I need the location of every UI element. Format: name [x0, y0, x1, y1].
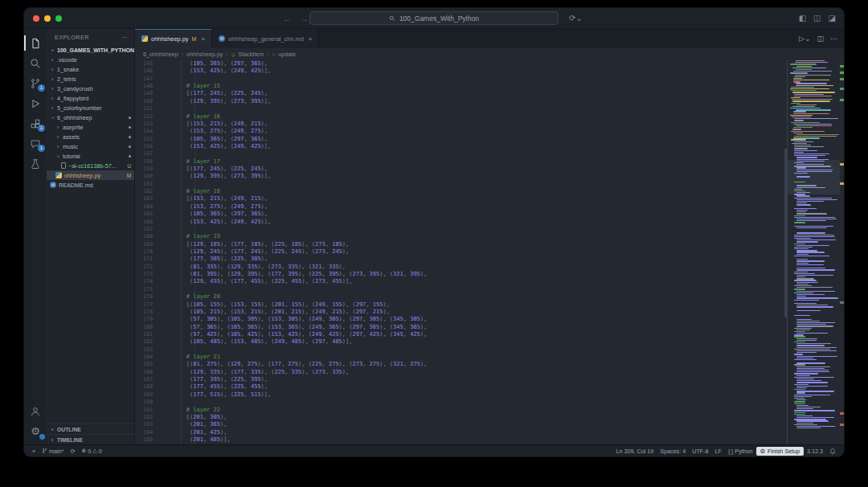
line-number[interactable]: 149	[135, 90, 159, 97]
code-line[interactable]: 157	[135, 150, 787, 158]
outline-panel[interactable]: › OUTLINE	[47, 424, 134, 434]
line-number[interactable]: 186	[135, 369, 159, 376]
line-number[interactable]: 188	[135, 383, 159, 391]
tree-item-4_flappybird[interactable]: ›4_flappybird	[47, 93, 134, 103]
tree-item-README.md[interactable]: MREADME.md	[47, 180, 134, 190]
breadcrumb-item[interactable]: update	[278, 51, 296, 58]
tree-item-3_candycrush[interactable]: ›3_candycrush	[47, 84, 134, 93]
run-python-file-icon[interactable]: ▷⌄	[799, 35, 810, 43]
code-line[interactable]: 192 [(201, 305),	[135, 414, 787, 421]
line-number[interactable]: 180	[135, 324, 159, 331]
activitybar-search[interactable]	[24, 53, 47, 73]
activitybar-explorer[interactable]	[24, 33, 47, 53]
code-line[interactable]: 176 # layer 20	[135, 293, 787, 301]
split-editor-icon[interactable]: ◫	[817, 35, 824, 43]
line-number[interactable]: 172	[135, 264, 159, 271]
code-line[interactable]: 161	[135, 181, 787, 188]
line-number[interactable]: 191	[135, 407, 159, 414]
line-number[interactable]: 157	[135, 150, 159, 158]
tree-item-.vscode[interactable]: ›.vscode	[47, 55, 134, 64]
copilot-icon[interactable]: ⟳⌄	[569, 14, 583, 23]
line-number[interactable]: 161	[135, 181, 159, 188]
sync-button[interactable]: ⟳	[67, 448, 78, 455]
line-number[interactable]: 177	[135, 301, 159, 309]
activitybar-run-debug[interactable]	[24, 93, 47, 113]
code-line[interactable]: 177 [(105, 155), (153, 155), (201, 155),…	[135, 301, 787, 309]
explorer-more-actions-icon[interactable]: ⋯	[121, 34, 128, 41]
language-mode-item[interactable]: { }Python	[725, 448, 756, 455]
code-line[interactable]: 169 [(129, 185), (177, 185), (225, 185),…	[135, 241, 787, 248]
line-number[interactable]: 178	[135, 309, 159, 316]
line-number[interactable]: 145	[135, 60, 159, 68]
line-number[interactable]: 152	[135, 113, 159, 121]
code-line[interactable]: 148 # layer 15	[135, 83, 787, 90]
breadcrumb-item[interactable]: ohhhsheep.py	[186, 51, 223, 58]
line-number[interactable]: 163	[135, 195, 159, 203]
line-number[interactable]: 184	[135, 354, 159, 361]
code-line[interactable]: 155 (105, 365), (297, 365),	[135, 136, 787, 143]
tree-item-2_tetris[interactable]: ›2_tetris	[47, 74, 134, 84]
code-line[interactable]: 153 [(153, 215), (249, 215),	[135, 121, 787, 128]
line-number[interactable]: 167	[135, 226, 159, 233]
line-number[interactable]: 153	[135, 121, 159, 128]
tree-item-1_snake[interactable]: ›1_snake	[47, 64, 134, 74]
line-number[interactable]: 183	[135, 346, 159, 354]
line-number[interactable]: 182	[135, 338, 159, 346]
tree-item-tutorial[interactable]: ›tutorial	[47, 151, 134, 161]
code-line[interactable]: 151	[135, 105, 787, 113]
zoom-window-button[interactable]	[55, 15, 62, 22]
minimize-window-button[interactable]	[44, 15, 51, 22]
code-line[interactable]: 181 (57, 425), (105, 425), (153, 425), (…	[135, 331, 787, 338]
activitybar-settings[interactable]: ⚙	[24, 421, 47, 441]
code-line[interactable]: 184 # layer 21	[135, 354, 787, 361]
line-number[interactable]: 151	[135, 105, 159, 113]
code-line[interactable]: 185 [(81, 275), (129, 275), (177, 275), …	[135, 361, 787, 368]
code-line[interactable]: 171 (177, 305), (225, 305),	[135, 256, 787, 263]
code-line[interactable]: 191 # layer 22	[135, 407, 787, 414]
line-number[interactable]: 162	[135, 188, 159, 195]
line-number[interactable]: 193	[135, 421, 159, 428]
python-version-item[interactable]: 3.12.3	[804, 448, 826, 455]
code-line[interactable]: 194 (201, 425),	[135, 429, 787, 436]
line-number[interactable]: 159	[135, 166, 159, 173]
code-line[interactable]: 146 (153, 425), (249, 425)],	[135, 68, 787, 75]
command-center-search[interactable]: 100_Games_With_Python	[309, 11, 559, 25]
activitybar-testing[interactable]	[24, 153, 47, 174]
line-number[interactable]: 190	[135, 399, 159, 406]
code-line[interactable]: 183	[135, 346, 787, 354]
code-line[interactable]: 159 [(177, 245), (225, 245),	[135, 166, 787, 173]
line-number[interactable]: 158	[135, 158, 159, 166]
explorer-root-folder[interactable]: › 100_GAMES_WITH_PYTHON	[47, 45, 134, 55]
close-window-button[interactable]	[33, 15, 39, 22]
code-line[interactable]: 193 (201, 365),	[135, 421, 787, 428]
code-line[interactable]: 147	[135, 76, 787, 83]
code-line[interactable]: 178 (105, 215), (153, 215), (201, 215), …	[135, 309, 787, 316]
code-line[interactable]: 189 (177, 515), (225, 515)],	[135, 391, 787, 399]
tree-item-6_ohhhsheep[interactable]: ›6_ohhhsheep	[47, 113, 134, 122]
code-line[interactable]: 167	[135, 226, 787, 233]
code-line[interactable]: 188 (177, 455), (225, 455),	[135, 383, 787, 391]
code-line[interactable]: 170 (129, 245), (177, 245), (225, 245), …	[135, 248, 787, 256]
code-line[interactable]: 187 (177, 395), (225, 395),	[135, 376, 787, 383]
code-line[interactable]: 160 (129, 395), (273, 395)],	[135, 173, 787, 180]
line-number[interactable]: 147	[135, 76, 159, 83]
tree-item-ohhhsheep.py[interactable]: ohhhsheep.pyM	[47, 170, 134, 180]
code-line[interactable]: 163 [(153, 215), (249, 215),	[135, 195, 787, 203]
line-number[interactable]: 174	[135, 278, 159, 285]
code-line[interactable]: 152 # layer 16	[135, 113, 787, 121]
line-number[interactable]: 166	[135, 219, 159, 226]
breadcrumb-item[interactable]: 6_ohhhsheep	[143, 51, 178, 58]
breadcrumb-item[interactable]: StackItem	[238, 51, 264, 58]
line-number[interactable]: 169	[135, 241, 159, 248]
line-number[interactable]: 148	[135, 83, 159, 90]
code-line[interactable]: 165 (105, 365), (297, 365),	[135, 211, 787, 218]
notifications-bell-icon[interactable]	[826, 448, 839, 455]
remote-indicator[interactable]: »	[29, 448, 39, 455]
line-number[interactable]: 168	[135, 233, 159, 240]
line-number[interactable]: 194	[135, 429, 159, 436]
cursor-position-item[interactable]: Ln 309, Col 19	[612, 448, 657, 455]
line-number[interactable]: 187	[135, 376, 159, 383]
encoding-item[interactable]: UTF-8	[689, 448, 711, 455]
code-line[interactable]: 175	[135, 286, 787, 293]
tree-item-music[interactable]: ›music	[47, 141, 134, 151]
